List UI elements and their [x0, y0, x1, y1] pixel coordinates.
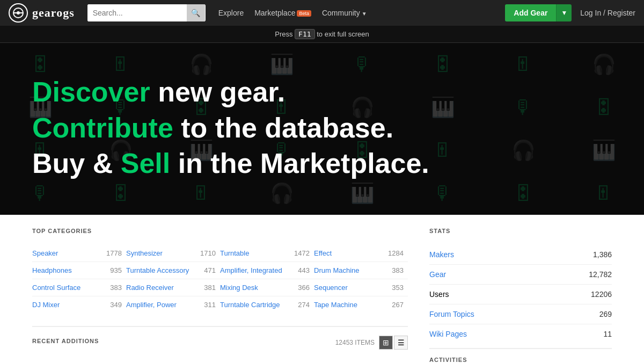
login-link[interactable]: Log In / Register [580, 9, 635, 17]
fullscreen-banner: Press F11 to exit full screen [0, 26, 644, 43]
nav-explore[interactable]: Explore [218, 9, 244, 17]
stat-makers-value: 1,386 [593, 250, 612, 259]
hero-section: 🎛 🎚 🎧 🎹 🎙 🎛 🎚 🎧 🎹 🎙 🎛 🎚 🎧 🎹 🎙 🎛 🎚 🎧 🎹 🎙 … [0, 43, 644, 215]
stat-makers-link[interactable]: Makers [429, 250, 454, 259]
bg-icon-8: 🎧 [564, 43, 644, 86]
list-item: Turntable 1472 [220, 245, 314, 262]
nav-marketplace[interactable]: MarketplaceBeta [254, 9, 311, 17]
cat-synthesizer-count: 1710 [200, 249, 216, 257]
add-gear-button[interactable]: Add Gear [505, 4, 556, 21]
stat-users-label: Users [429, 290, 449, 299]
stat-wiki-value: 11 [603, 330, 612, 338]
cat-turntable-accessory[interactable]: Turntable Accessory [126, 266, 189, 274]
svg-point-1 [17, 11, 20, 14]
bg-icon-15: 🎙 [483, 86, 564, 129]
cat-radio-receiver-count: 381 [200, 284, 216, 292]
cat-dj-mixer-count: 349 [106, 301, 122, 309]
list-item: Turntable Cartridge 274 [220, 296, 314, 313]
categories-section: TOP CATEGORIES Speaker 1778 Headphones 9… [32, 228, 408, 313]
bg-icon-16: 🎛 [564, 86, 644, 129]
stat-forum-topics: Forum Topics 269 [429, 304, 612, 324]
hero-sell: Sell [121, 148, 171, 179]
cat-tape-machine[interactable]: Tape Machine [314, 301, 357, 309]
cat-speaker[interactable]: Speaker [32, 249, 58, 257]
stat-wiki-pages: Wiki Pages 11 [429, 324, 612, 344]
stat-wiki-link[interactable]: Wiki Pages [429, 330, 467, 338]
cat-headphones[interactable]: Headphones [32, 266, 72, 274]
stat-forum-link[interactable]: Forum Topics [429, 310, 474, 318]
grid-view-button[interactable]: ⊞ [379, 336, 393, 350]
hero-line-2: Contribute to the database. [32, 111, 429, 144]
cat-sequencer[interactable]: Sequencer [314, 284, 348, 292]
cat-effect[interactable]: Effect [314, 249, 332, 257]
nav-community[interactable]: Community▼ [322, 9, 367, 17]
cat-turntable-cartridge[interactable]: Turntable Cartridge [220, 301, 280, 309]
cat-radio-receiver[interactable]: Radio Receiver [126, 284, 174, 292]
cat-effect-count: 1284 [387, 249, 404, 257]
cat-turntable-cartridge-count: 274 [294, 301, 310, 309]
cat-control-surface[interactable]: Control Surface [32, 284, 80, 292]
navbar: gearogs 🔍 Explore MarketplaceBeta Commun… [0, 0, 644, 26]
list-item: Tape Machine 267 [314, 296, 408, 313]
hero-discover: Discover [32, 76, 150, 107]
stat-gear-value: 12,782 [589, 270, 612, 279]
cat-dj-mixer[interactable]: DJ Mixer [32, 301, 60, 309]
recent-controls: 12453 ITEMS ⊞ ☰ [335, 336, 408, 350]
list-item: Amplifier, Integrated 443 [220, 262, 314, 279]
cat-mixing-desk-count: 366 [294, 284, 310, 292]
categories-grid: Speaker 1778 Headphones 935 Control Surf… [32, 245, 408, 313]
cat-amplifier-power[interactable]: Amplifier, Power [126, 301, 177, 309]
list-item: Amplifier, Power 311 [126, 296, 220, 313]
cat-speaker-count: 1778 [106, 249, 122, 257]
logo-circle [9, 3, 28, 23]
recent-additions-header: RECENT ADDITIONS 12453 ITEMS ⊞ ☰ [32, 336, 408, 350]
activities-title: ACTIVITIES [429, 357, 612, 363]
community-arrow: ▼ [362, 11, 367, 17]
categories-title: TOP CATEGORIES [32, 228, 408, 237]
list-view-button[interactable]: ☰ [394, 336, 408, 350]
cat-amplifier-power-count: 311 [200, 301, 216, 309]
list-item: Sequencer 353 [314, 279, 408, 296]
bg-icon-32: 🎚 [564, 172, 644, 215]
bg-icon-31: 🎛 [483, 172, 564, 215]
add-gear-dropdown-button[interactable]: ▼ [556, 4, 572, 21]
hero-headline: Discover new gear. Contribute to the dat… [32, 75, 429, 180]
cat-control-surface-count: 383 [106, 284, 122, 292]
search-bar: 🔍 [87, 4, 206, 21]
cat-drum-machine-count: 383 [387, 266, 404, 274]
stat-users-value: 12206 [591, 290, 612, 299]
stat-makers: Makers 1,386 [429, 245, 612, 265]
cat-turntable-count: 1472 [294, 249, 310, 257]
hero-line-3: Buy & Sell in the Marketplace. [32, 147, 429, 180]
cat-turntable[interactable]: Turntable [220, 249, 249, 257]
hero-contribute: Contribute [32, 112, 173, 143]
cat-column-1: Speaker 1778 Headphones 935 Control Surf… [32, 245, 126, 313]
logo-text: gearogs [32, 6, 75, 20]
cat-column-3: Turntable 1472 Amplifier, Integrated 443… [220, 245, 314, 313]
cat-headphones-count: 935 [106, 266, 122, 274]
view-icons: ⊞ ☰ [379, 336, 408, 350]
left-section: TOP CATEGORIES Speaker 1778 Headphones 9… [32, 228, 408, 363]
cat-synthesizer[interactable]: Synthesizer [126, 249, 163, 257]
cat-column-2: Synthesizer 1710 Turntable Accessory 471… [126, 245, 220, 313]
right-section: STATS Makers 1,386 Gear 12,782 Users 122… [429, 228, 612, 363]
bg-icon-24: 🎹 [564, 129, 644, 172]
stat-gear-link[interactable]: Gear [429, 270, 446, 279]
cat-sequencer-count: 353 [387, 284, 404, 292]
list-item: Radio Receiver 381 [126, 279, 220, 296]
stat-users: Users 12206 [429, 285, 612, 304]
stat-gear: Gear 12,782 [429, 265, 612, 285]
search-input[interactable] [87, 4, 187, 21]
bg-icon-7: 🎚 [483, 43, 564, 86]
logo[interactable]: gearogs [9, 3, 75, 23]
fullscreen-text-before: Press [275, 30, 292, 38]
list-item: Speaker 1778 [32, 245, 126, 262]
grid-icon: ⊞ [383, 338, 389, 347]
cat-drum-machine[interactable]: Drum Machine [314, 266, 360, 274]
cat-amplifier-integrated[interactable]: Amplifier, Integrated [220, 266, 282, 274]
recent-additions-title: RECENT ADDITIONS [32, 338, 99, 347]
list-item: DJ Mixer 349 [32, 296, 126, 313]
fullscreen-text-after: to exit full screen [317, 30, 369, 38]
search-button[interactable]: 🔍 [187, 4, 205, 21]
cat-mixing-desk[interactable]: Mixing Desk [220, 284, 258, 292]
